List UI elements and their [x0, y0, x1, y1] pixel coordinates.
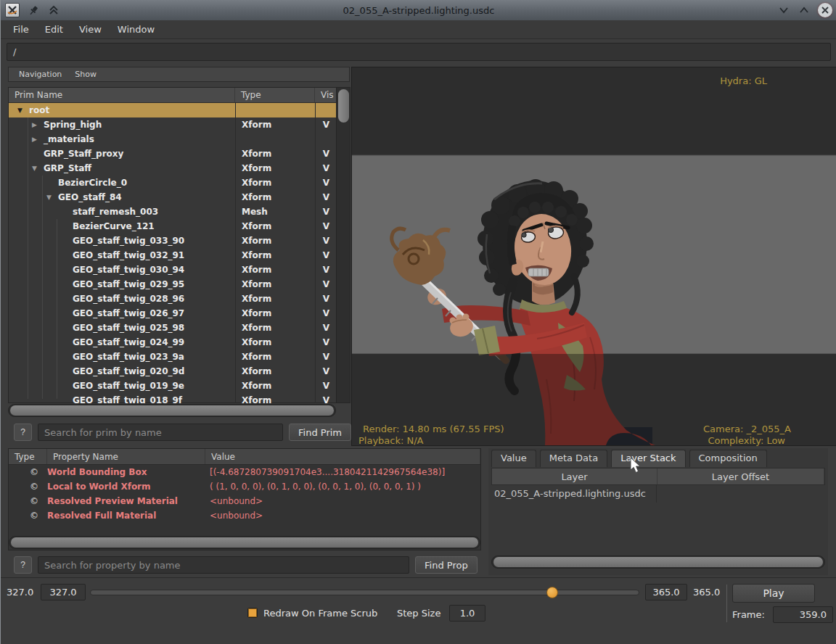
col-prop-value[interactable]: Value	[205, 449, 480, 464]
tree-row[interactable]: GEO_staff_twig_025_98 Xform V	[9, 321, 350, 335]
expand-caret-icon[interactable]: ▶	[32, 121, 41, 128]
prop-search-help-button[interactable]: ?	[14, 556, 32, 574]
titlebar[interactable]: 02_055_A-stripped.lighting.usdc	[1, 0, 836, 20]
menu-view[interactable]: View	[73, 22, 108, 37]
prim-visibility[interactable]: V	[315, 176, 337, 190]
scrollbar-thumb[interactable]	[493, 557, 823, 567]
shade-icon[interactable]	[47, 4, 60, 17]
menu-file[interactable]: File	[7, 22, 36, 37]
menu-show[interactable]: Show	[69, 68, 102, 80]
prop-search-input[interactable]	[38, 556, 409, 574]
step-size-field[interactable]	[449, 605, 485, 622]
find-prop-button[interactable]: Find Prop	[415, 556, 478, 574]
find-prim-button[interactable]: Find Prim	[289, 424, 351, 441]
prim-path-field[interactable]: /	[7, 43, 831, 61]
col-layer-offset[interactable]: Layer Offset	[657, 468, 824, 484]
property-row[interactable]: © Resolved Preview Material <unbound>	[9, 494, 480, 508]
range-end-field[interactable]	[645, 584, 687, 600]
frame-slider[interactable]	[90, 590, 639, 595]
tree-row[interactable]: GEO_staff_twig_029_95 Xform V	[9, 277, 350, 292]
inspector-tab[interactable]: Composition	[689, 450, 767, 467]
tree-row[interactable]: ▶ Spring_high Xform V	[9, 117, 350, 132]
maximize-icon[interactable]	[798, 4, 811, 17]
tree-row[interactable]: GEO_staff_twig_024_99 Xform V	[9, 335, 350, 350]
tree-row[interactable]: GEO_staff_twig_032_91 Xform V	[9, 248, 350, 263]
tree-row[interactable]: GEO_staff_twig_030_94 Xform V	[9, 263, 350, 277]
prim-visibility[interactable]: V	[315, 277, 337, 292]
prim-search-input[interactable]	[38, 424, 283, 441]
property-row[interactable]: © World Bounding Box [(-4.68728073909170…	[9, 465, 480, 479]
scrollbar-thumb[interactable]	[10, 405, 334, 416]
expand-caret-icon[interactable]: ▶	[32, 136, 41, 143]
scrollbar-thumb[interactable]	[11, 537, 478, 548]
stage-viewport[interactable]: Hydra: GL Render: 14.80 ms (67.55 FPS) P…	[351, 67, 836, 446]
prim-visibility[interactable]: V	[315, 117, 337, 132]
play-button[interactable]: Play	[732, 584, 815, 603]
inspector-tab[interactable]: Meta Data	[540, 450, 607, 467]
tree-row[interactable]: ▶ _materials	[9, 132, 350, 146]
frame-slider-handle[interactable]	[546, 587, 558, 598]
property-row[interactable]: © Resolved Full Material <unbound>	[9, 508, 480, 523]
layer-row[interactable]: 02_055_A-stripped.lighting.usdc	[491, 485, 825, 503]
prim-visibility[interactable]: V	[315, 219, 337, 234]
tree-row[interactable]: GEO_staff_twig_018_9f Xform V	[9, 393, 350, 403]
tree-row[interactable]: GEO_staff_twig_019_9e Xform V	[9, 379, 350, 393]
inspector-tab[interactable]: Layer Stack	[611, 450, 685, 467]
close-icon[interactable]	[818, 3, 832, 17]
inspector-tab[interactable]: Value	[491, 450, 536, 467]
range-start-field[interactable]	[41, 584, 86, 600]
prim-visibility[interactable]: V	[315, 393, 337, 403]
tree-vertical-scrollbar[interactable]	[336, 88, 350, 402]
prim-visibility[interactable]: V	[315, 306, 337, 321]
prim-visibility[interactable]: V	[315, 234, 337, 248]
col-prim-name[interactable]: Prim Name	[9, 88, 235, 102]
prim-visibility[interactable]: V	[315, 190, 337, 205]
tree-row[interactable]: BezierCurve_121 Xform V	[9, 219, 350, 234]
tree-row[interactable]: GEO_staff_twig_028_96 Xform V	[9, 292, 350, 306]
tree-row[interactable]: ▼ root	[9, 103, 350, 117]
property-row[interactable]: © Local to World Xform ( (1, 0, 0, 0), (…	[9, 479, 480, 494]
col-prop-name[interactable]: Property Name	[47, 449, 205, 464]
tree-row[interactable]: GEO_staff_twig_020_9d Xform V	[9, 364, 350, 379]
prim-visibility[interactable]: V	[315, 321, 337, 335]
scrollbar-thumb[interactable]	[338, 89, 349, 123]
redraw-checkbox[interactable]	[247, 608, 258, 618]
tree-row[interactable]: GRP_Staff_proxy Xform V	[9, 146, 350, 161]
prim-search-help-button[interactable]: ?	[14, 424, 32, 441]
prim-visibility[interactable]: V	[315, 350, 337, 364]
property-horizontal-scrollbar[interactable]	[9, 536, 480, 549]
menu-edit[interactable]: Edit	[38, 22, 70, 37]
minimize-icon[interactable]	[777, 4, 790, 17]
prim-visibility[interactable]: V	[315, 292, 337, 306]
expand-caret-icon[interactable]: ▼	[32, 165, 41, 172]
tree-row[interactable]: staff_remesh_003 Mesh V	[9, 205, 350, 219]
tree-horizontal-scrollbar[interactable]	[8, 404, 336, 417]
prim-visibility[interactable]: V	[315, 263, 337, 277]
tree-row[interactable]: BezierCircle_0 Xform V	[9, 176, 350, 190]
pin-icon[interactable]	[27, 4, 40, 17]
prim-visibility[interactable]: V	[315, 205, 337, 219]
frame-field[interactable]	[773, 606, 833, 623]
tree-row[interactable]: ▼ GEO_staff_84 Xform V	[9, 190, 350, 205]
tree-row[interactable]: GEO_staff_twig_033_90 Xform V	[9, 234, 350, 248]
prim-visibility[interactable]: V	[315, 248, 337, 263]
prim-visibility[interactable]: V	[315, 335, 337, 350]
inspector-horizontal-scrollbar[interactable]	[491, 556, 825, 569]
menu-navigation[interactable]: Navigation	[13, 68, 67, 80]
expand-caret-icon[interactable]: ▼	[46, 194, 55, 201]
prim-visibility[interactable]: V	[315, 146, 337, 161]
menu-window[interactable]: Window	[111, 22, 161, 37]
col-vis[interactable]: Vis	[315, 88, 337, 102]
tree-row[interactable]: GEO_staff_twig_026_97 Xform V	[9, 306, 350, 321]
prim-visibility[interactable]: V	[315, 364, 337, 379]
tree-row[interactable]: ▼ GRP_Staff Xform V	[9, 161, 350, 176]
col-prop-type[interactable]: Type	[9, 449, 47, 464]
col-type[interactable]: Type	[235, 88, 315, 102]
prim-visibility[interactable]	[315, 132, 337, 146]
expand-caret-icon[interactable]: ▼	[17, 107, 26, 114]
tree-row[interactable]: GEO_staff_twig_023_9a Xform V	[9, 350, 350, 364]
prim-visibility[interactable]: V	[315, 379, 337, 393]
app-icon[interactable]	[5, 3, 20, 17]
prim-visibility[interactable]: V	[315, 161, 337, 176]
prim-visibility[interactable]	[315, 103, 337, 117]
